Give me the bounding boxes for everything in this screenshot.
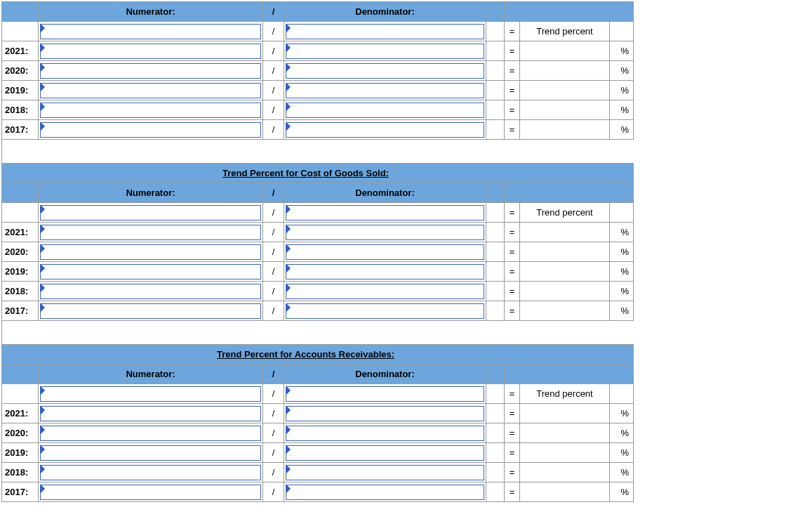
section-gap (2, 140, 634, 164)
numerator-input[interactable] (39, 41, 263, 61)
equals-cell: = (505, 22, 520, 41)
section-3-labelrow: / = Trend percent (2, 384, 634, 404)
section-1-row-2020: 2020: / = % (2, 61, 634, 81)
worksheet: Numerator: / Denominator: / = Trend perc… (1, 1, 633, 502)
denominator-input[interactable] (284, 41, 486, 61)
slash-header: / (263, 2, 284, 22)
section-1-labelrow: / = Trend percent (2, 22, 634, 41)
slash-cell: / (263, 22, 284, 41)
section-3-title: Trend Percent for Accounts Receivables: (217, 349, 394, 360)
section-2-labelrow: / = Trend percent (2, 203, 634, 223)
numerator-header: Numerator: (39, 2, 263, 22)
numerator-select[interactable] (39, 22, 263, 41)
section-2-subheader: Numerator: / Denominator: (2, 183, 634, 203)
section-1-row-2018: 2018: / = % (2, 100, 634, 120)
section-1-row-2019: 2019: / = % (2, 81, 634, 100)
section-3-subheader: Numerator: / Denominator: (2, 364, 634, 384)
section-gap (2, 321, 634, 345)
year-label: 2021: (2, 41, 39, 61)
result-input[interactable] (520, 41, 610, 61)
section-1-subheader: Numerator: / Denominator: (2, 2, 634, 22)
section-2-title: Trend Percent for Cost of Goods Sold: (222, 168, 389, 178)
trend-tables: Numerator: / Denominator: / = Trend perc… (1, 1, 634, 502)
denominator-select[interactable] (284, 22, 486, 41)
section-3-title-row: Trend Percent for Accounts Receivables: (2, 345, 634, 364)
denominator-header: Denominator: (284, 2, 486, 22)
result-label: Trend percent (520, 22, 610, 41)
section-1-row-2021: 2021: / = % (2, 41, 634, 61)
section-2-title-row: Trend Percent for Cost of Goods Sold: (2, 164, 634, 183)
section-1-row-2017: 2017: / = % (2, 120, 634, 140)
percent-label: % (610, 41, 634, 61)
